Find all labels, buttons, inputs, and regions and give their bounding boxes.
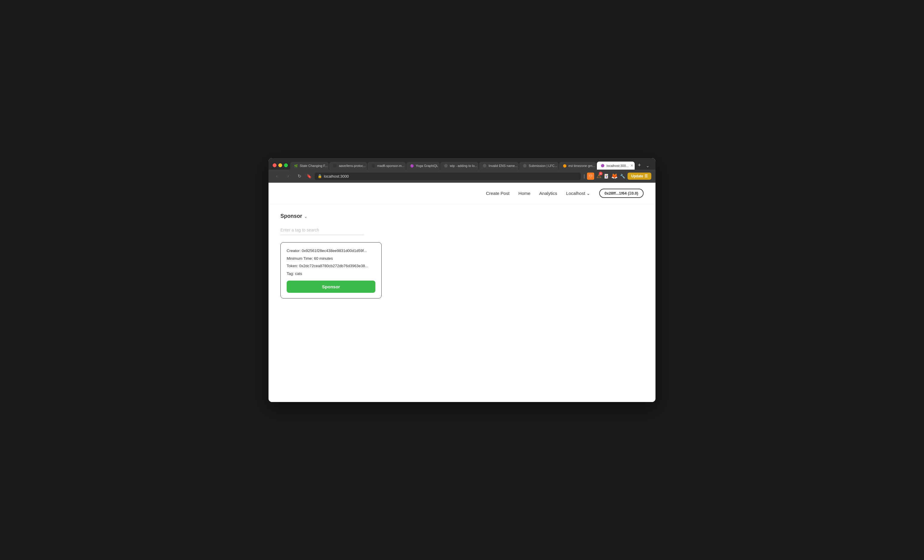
new-tab-button[interactable]: + [635,161,643,169]
tab-label-8: est timezone gm... [568,164,596,168]
svg-point-3 [483,164,486,168]
analytics-link[interactable]: Analytics [539,191,557,196]
forward-button[interactable]: › [284,172,292,180]
browser-window: 🌿 State Changing F... aave/lens-protoc..… [268,158,656,402]
minimize-button[interactable] [278,163,282,167]
brave-shield-icon[interactable]: 🛡 [587,172,594,180]
close-button[interactable] [273,163,276,167]
traffic-lights [273,163,288,167]
tab-icon-3 [371,164,375,168]
address-text: localhost:3000 [324,174,349,178]
svg-point-2 [444,164,448,168]
tab-icon-4: 🟣 [410,164,414,168]
notification-count: 6 [599,172,603,175]
tab-icon-5 [444,164,448,168]
extensions-icon[interactable]: 🔧 [620,174,625,178]
tab-icon-6 [483,164,487,168]
svg-point-4 [523,164,526,168]
tab-wip[interactable]: wip - adding to lo... [440,162,478,169]
address-bar[interactable]: 🔒 localhost:3000 [315,172,581,180]
maximize-button[interactable] [284,163,288,167]
tab-label-3: madfi-sponsor-m... [377,164,405,168]
main-content: Sponsor ⌄ Creator: 0x92561f28ec438ee9831… [268,204,656,402]
tab-submission[interactable]: Submission | LFC... [519,162,558,169]
tab-timezone[interactable]: 🟠 est timezone gm... [559,162,597,169]
tab-menu-button[interactable]: ⌄ [644,162,651,169]
tab-label-9: localhost:300... [606,164,628,168]
home-link[interactable]: Home [519,191,531,196]
bookmark-icon[interactable]: 🔖 [307,174,312,178]
tab-ens[interactable]: Invalid ENS name... [479,162,519,169]
create-post-link[interactable]: Create Post [486,191,509,196]
toolbar-nami-icon[interactable]: 🃏 [604,174,609,178]
page-content: Create Post Home Analytics Localhost ⌄ 0… [268,183,656,402]
tab-state-changing[interactable]: 🌿 State Changing F... [290,162,328,169]
tab-label-5: wip - adding to lo... [450,164,477,168]
tab-close-icon[interactable]: ✕ [630,163,633,168]
tab-aave[interactable]: aave/lens-protoc... [329,162,367,169]
token-field: Token: 0x2dc72cea8780cb272db76d3963e38..… [286,263,375,269]
tab-label-4: Yoga GraphiQL [416,164,438,168]
svg-point-0 [333,164,337,168]
notification-badge: ⚠ 6 [597,173,602,180]
sponsor-card: Creator: 0x92561f28ec438ee9831d00d1d59f.… [280,242,382,298]
tab-yoga[interactable]: 🟣 Yoga GraphiQL [406,162,440,169]
tab-madfi[interactable]: madfi-sponsor-m... [368,162,406,169]
tab-label-2: aave/lens-protoc... [339,164,366,168]
update-button[interactable]: Update ☰ [627,172,651,180]
tab-label-7: Submission | LFC... [529,164,557,168]
lock-icon: 🔒 [318,174,322,178]
tag-field: Tag: cats [286,271,375,277]
tab-icon-8: 🟠 [562,164,567,168]
reload-button[interactable]: ↻ [295,172,304,180]
tabs-bar: 🌿 State Changing F... aave/lens-protoc..… [290,161,651,169]
svg-point-1 [372,164,375,168]
separator-icon: | [584,174,585,178]
localhost-label: Localhost [566,191,585,196]
site-nav: Create Post Home Analytics Localhost ⌄ 0… [268,183,656,204]
update-label: Update [631,174,643,178]
title-bar: 🌿 State Changing F... aave/lens-protoc..… [268,158,656,169]
tab-icon-2 [333,164,337,168]
min-time-field: Minimum Time: 60 minutes [286,256,375,262]
toolbar: ‹ › ↻ 🔖 🔒 localhost:3000 | 🛡 ⚠ 6 🃏 🦊 🔧 U… [268,169,656,183]
sponsor-title: Sponsor [280,213,302,219]
tag-search-input[interactable] [280,225,364,235]
title-bar-top: 🌿 State Changing F... aave/lens-protoc..… [273,161,651,169]
back-button[interactable]: ‹ [273,172,281,180]
metamask-fox-icon[interactable]: 🦊 [611,173,618,180]
tab-localhost[interactable]: 🟣 localhost:300... ✕ [597,162,634,169]
toolbar-right: | 🛡 ⚠ 6 🃏 🦊 🔧 Update ☰ [584,172,651,180]
tab-label-1: State Changing F... [300,164,328,168]
wallet-button[interactable]: 0x28ff...1f64 (Ξ0.0) [599,189,644,198]
localhost-dropdown[interactable]: Localhost ⌄ [566,191,590,196]
sponsor-header: Sponsor ⌄ [280,213,644,219]
tab-icon-9: 🟣 [600,164,604,168]
tab-label-6: Invalid ENS name... [489,164,518,168]
sponsor-action-button[interactable]: Sponsor [286,281,375,293]
tab-icon-7 [523,164,527,168]
tab-icon-1: 🌿 [294,164,298,168]
creator-field: Creator: 0x92561f28ec438ee9831d00d1d59f.… [286,248,375,254]
update-menu-icon: ☰ [645,174,648,178]
sponsor-chevron-icon[interactable]: ⌄ [304,214,308,219]
localhost-chevron-icon: ⌄ [586,191,590,196]
